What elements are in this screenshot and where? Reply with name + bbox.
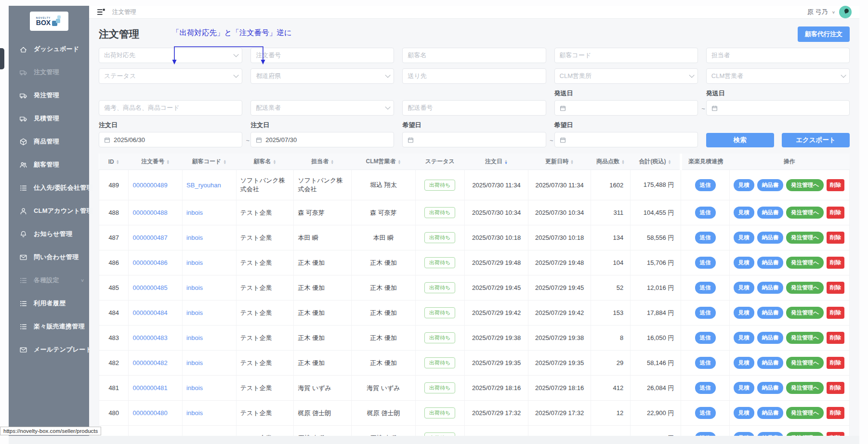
order-number-link[interactable]: 0000000484 (132, 309, 167, 316)
column-header-10[interactable]: 合計(税込)▲▼ (631, 154, 681, 170)
order-number-link[interactable]: 0000000480 (132, 409, 167, 417)
send-button[interactable]: 送信 (695, 382, 716, 394)
ship-date-from-input[interactable] (554, 100, 698, 116)
sidebar-item-8[interactable]: お知らせ管理 (9, 222, 89, 246)
send-button[interactable]: 送信 (695, 179, 716, 191)
delivery-note-button[interactable]: 納品書 (757, 382, 784, 394)
order-number-link[interactable]: 0000000485 (132, 284, 167, 291)
column-header-1[interactable]: 注文番号▲▼ (129, 154, 183, 170)
quote-button[interactable]: 見積 (734, 257, 754, 269)
sidebar-item-12[interactable]: 楽々販売連携管理 (9, 315, 89, 338)
sidebar-item-4[interactable]: 商品管理 (9, 130, 89, 153)
export-button[interactable]: エクスポート (782, 133, 850, 147)
delivery-note-button[interactable]: 納品書 (757, 179, 784, 191)
tracking-number-input[interactable]: 配送番号 (402, 100, 546, 116)
to-order-management-button[interactable]: 発注管理へ (786, 257, 824, 269)
customer-code-link[interactable]: inbois (186, 284, 203, 291)
column-header-2[interactable]: 顧客コード▲▼ (183, 154, 237, 170)
quote-button[interactable]: 見積 (734, 407, 754, 419)
order-number-link[interactable]: 0000000481 (132, 384, 167, 392)
column-header-9[interactable]: 商品点数▲▼ (591, 154, 631, 170)
sidebar-item-1[interactable]: 注文管理 (9, 61, 89, 84)
delete-button[interactable]: 削除 (827, 332, 844, 344)
quote-button[interactable]: 見積 (734, 282, 754, 294)
order-number-link[interactable]: 0000000489 (132, 182, 167, 189)
sort-icon[interactable]: ▲▼ (116, 159, 119, 164)
sidebar-item-11[interactable]: 利用者履歴 (9, 292, 89, 315)
delivery-note-button[interactable]: 納品書 (757, 207, 784, 219)
delivery-note-button[interactable]: 納品書 (757, 257, 784, 269)
delivery-note-button[interactable]: 納品書 (757, 357, 784, 369)
sort-icon[interactable]: ▲▼ (330, 159, 334, 164)
customer-code-link[interactable]: inbois (186, 384, 203, 392)
to-order-management-button[interactable]: 発注管理へ (786, 407, 824, 419)
delete-button[interactable]: 削除 (827, 407, 844, 419)
column-header-7[interactable]: 注文日▲▼ (464, 154, 528, 170)
clm-sales-select[interactable]: CLM営業者 (706, 68, 850, 84)
quote-button[interactable]: 見積 (734, 382, 754, 394)
column-header-3[interactable]: 顧客名▲▼ (236, 154, 294, 170)
sort-icon[interactable]: ▲▼ (273, 159, 276, 164)
to-order-management-button[interactable]: 発注管理へ (786, 282, 824, 294)
customer-code-link[interactable]: inbois (186, 334, 203, 341)
delivery-note-button[interactable]: 納品書 (757, 232, 784, 244)
ship-to-input[interactable]: 送り先 (402, 68, 546, 84)
to-order-management-button[interactable]: 発注管理へ (786, 307, 824, 319)
send-button[interactable]: 送信 (695, 332, 716, 344)
user-name[interactable]: 原 弓乃 (807, 8, 828, 16)
to-order-management-button[interactable]: 発注管理へ (786, 332, 824, 344)
person-in-charge-input[interactable]: 担当者 (706, 48, 850, 63)
send-button[interactable]: 送信 (695, 357, 716, 369)
order-number-link[interactable]: 0000000483 (132, 334, 167, 341)
order-date-from-input[interactable]: 2025/06/30 (99, 132, 242, 147)
quote-button[interactable]: 見積 (734, 332, 754, 344)
send-button[interactable]: 送信 (695, 207, 716, 219)
order-number-input[interactable]: 注文番号 (250, 48, 394, 63)
column-header-4[interactable]: 担当者▲▼ (294, 154, 352, 170)
sidebar-item-3[interactable]: 見積管理 (9, 107, 89, 130)
delete-button[interactable]: 削除 (827, 357, 844, 369)
quote-button[interactable]: 見積 (734, 207, 754, 219)
sidebar-item-0[interactable]: ダッシュボード (9, 38, 89, 61)
delete-button[interactable]: 削除 (827, 382, 844, 394)
to-order-management-button[interactable]: 発注管理へ (786, 207, 824, 219)
novelty-box-logo[interactable]: NOVELTY BOX (30, 12, 68, 31)
sidebar-item-2[interactable]: 発注管理 (9, 84, 89, 107)
clm-office-select[interactable]: CLM営業所 (554, 68, 698, 84)
quote-button[interactable]: 見積 (734, 232, 754, 244)
order-number-link[interactable]: 0000000486 (132, 259, 167, 266)
column-header-0[interactable]: ID▲▼ (99, 154, 129, 170)
to-order-management-button[interactable]: 発注管理へ (786, 232, 824, 244)
proxy-order-button[interactable]: 顧客代行注文 (798, 26, 850, 42)
sidebar-item-6[interactable]: 仕入先/委託会社管理 (9, 176, 89, 199)
user-avatar[interactable] (839, 6, 852, 18)
delete-button[interactable]: 削除 (827, 179, 844, 191)
column-header-5[interactable]: CLM営業者▲▼ (352, 154, 416, 170)
order-number-link[interactable]: 0000000487 (132, 234, 167, 241)
sort-icon[interactable]: ▲▼ (397, 159, 401, 164)
desired-date-from-input[interactable] (402, 132, 546, 147)
delivery-note-button[interactable]: 納品書 (757, 282, 784, 294)
quote-button[interactable]: 見積 (734, 307, 754, 319)
status-select[interactable]: ステータス (99, 68, 242, 84)
send-button[interactable]: 送信 (695, 282, 716, 294)
customer-code-link[interactable]: inbois (186, 409, 203, 417)
customer-code-link[interactable]: inbois (186, 234, 203, 241)
sidebar-item-10[interactable]: 各種設定∨ (9, 269, 89, 292)
search-button[interactable]: 検索 (706, 133, 774, 147)
to-order-management-button[interactable]: 発注管理へ (786, 179, 824, 191)
send-button[interactable]: 送信 (695, 307, 716, 319)
customer-name-input[interactable]: 顧客名 (402, 48, 546, 63)
sort-icon[interactable]: ▲▼ (223, 159, 226, 164)
sort-icon[interactable]: ▲▼ (621, 159, 625, 164)
order-number-link[interactable]: 0000000482 (132, 359, 167, 366)
send-button[interactable]: 送信 (695, 232, 716, 244)
delivery-note-button[interactable]: 納品書 (757, 407, 784, 419)
sort-icon[interactable]: ▲▼ (504, 159, 508, 164)
sidebar-item-7[interactable]: CLMアカウント管理 (9, 199, 89, 222)
send-button[interactable]: 送信 (695, 257, 716, 269)
customer-code-input[interactable]: 顧客コード (554, 48, 698, 63)
delete-button[interactable]: 削除 (827, 257, 844, 269)
delivery-note-button[interactable]: 納品書 (757, 307, 784, 319)
delivery-note-button[interactable]: 納品書 (757, 332, 784, 344)
